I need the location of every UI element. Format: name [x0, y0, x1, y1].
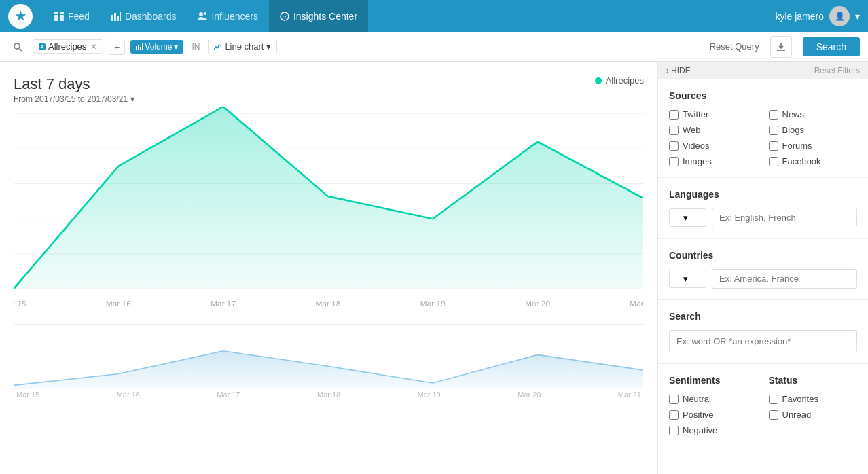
source-images-item[interactable]: Images [669, 156, 758, 166]
source-videos-checkbox[interactable] [669, 141, 679, 151]
reset-filters-button[interactable]: Reset Filters [814, 66, 860, 75]
source-forums-checkbox[interactable] [769, 141, 778, 151]
query-bar: A Allrecipes ✕ + Volume ▾ IN Line chart … [0, 32, 868, 62]
nav-item-insights-center[interactable]: ? Insights Center [269, 0, 368, 32]
query-search-icon[interactable] [8, 37, 27, 56]
main-content: Last 7 days From 2017/03/15 to 2017/03/2… [0, 62, 868, 474]
nav-item-influencers[interactable]: Influencers [187, 0, 268, 32]
svg-rect-9 [120, 12, 121, 21]
languages-operator-select[interactable]: = ▾ [669, 208, 706, 227]
download-button[interactable] [770, 36, 792, 58]
source-facebook-checkbox[interactable] [769, 157, 778, 166]
status-unread-item[interactable]: Unread [769, 409, 858, 420]
add-tag-button[interactable]: + [109, 39, 125, 55]
languages-section: Languages = ▾ [658, 178, 868, 239]
svg-rect-0 [54, 12, 58, 14]
top-navigation: ★ Feed Dashboards Influencers ? Insights… [0, 0, 868, 32]
svg-rect-2 [54, 15, 58, 18]
dashboards-icon [111, 12, 121, 21]
volume-selector[interactable]: Volume ▾ [130, 40, 183, 54]
languages-title: Languages [669, 189, 857, 200]
source-twitter-checkbox[interactable] [669, 110, 679, 120]
search-expression-input[interactable] [669, 330, 857, 352]
source-web-item[interactable]: Web [669, 125, 758, 135]
sentiments-status-section: Sentiments Neutral Positive Negative [658, 364, 868, 446]
svg-text:Mar 18: Mar 18 [315, 299, 340, 308]
countries-operator-select[interactable]: = ▾ [669, 270, 706, 288]
user-name: kyle jamero [775, 11, 824, 22]
legend-label: Allrecipes [606, 75, 644, 86]
svg-rect-16 [136, 46, 137, 50]
sentiment-neutral-item[interactable]: Neutral [669, 394, 758, 404]
hide-button[interactable]: › HIDE [666, 66, 691, 75]
source-forums-item[interactable]: Forums [769, 141, 858, 151]
source-images-checkbox[interactable] [669, 157, 679, 166]
svg-point-14 [14, 43, 20, 49]
languages-input[interactable] [712, 208, 857, 227]
main-chart: 250 200 150 100 50 0 Mar 15 Mar [14, 107, 644, 324]
chart-subtitle: From 2017/03/15 to 2017/03/21 ▾ [14, 94, 134, 104]
svg-text:Mar 15: Mar 15 [14, 299, 26, 308]
app-logo[interactable]: ★ [8, 4, 33, 29]
source-facebook-item[interactable]: Facebook [769, 156, 858, 166]
search-button[interactable]: Search [803, 37, 860, 56]
svg-text:?: ? [283, 14, 287, 20]
languages-input-row: = ▾ [669, 208, 857, 227]
status-favorites-checkbox[interactable] [769, 395, 778, 404]
chevron-right-icon: › [666, 66, 669, 75]
tag-label: Allrecipes [48, 41, 86, 52]
source-news-item[interactable]: News [769, 109, 858, 120]
source-videos-item[interactable]: Videos [669, 141, 758, 151]
tag-color-dot: A [39, 43, 46, 50]
avatar: 👤 [829, 6, 850, 26]
nav-item-feed[interactable]: Feed [43, 0, 101, 32]
sentiment-positive-item[interactable]: Positive [669, 409, 758, 420]
countries-section: Countries = ▾ [658, 239, 868, 300]
svg-rect-5 [60, 18, 64, 21]
sentiment-negative-item[interactable]: Negative [669, 425, 758, 435]
sentiments-col: Sentiments Neutral Positive Negative [669, 375, 758, 435]
svg-marker-34 [14, 107, 643, 289]
source-twitter-item[interactable]: Twitter [669, 109, 758, 120]
insights-icon: ? [280, 12, 289, 21]
chevron-down-icon: ▾ [683, 213, 688, 223]
in-label: IN [189, 42, 202, 52]
source-blogs-checkbox[interactable] [769, 126, 778, 135]
filters-panel: › HIDE Reset Filters Sources Twitter New… [657, 62, 868, 474]
tag-close-button[interactable]: ✕ [90, 42, 97, 52]
subtitle-chevron-icon[interactable]: ▾ [130, 94, 134, 104]
sentiment-neutral-checkbox[interactable] [669, 395, 679, 404]
legend-dot [595, 77, 602, 84]
chart-type-selector[interactable]: Line chart ▾ [208, 39, 277, 54]
search-title: Search [669, 311, 857, 322]
nav-item-dashboards[interactable]: Dashboards [101, 0, 187, 32]
user-menu[interactable]: kyle jamero 👤 ▾ [775, 6, 860, 26]
sentiment-negative-checkbox[interactable] [669, 426, 679, 435]
countries-input[interactable] [712, 269, 857, 289]
sentiments-title: Sentiments [669, 375, 758, 386]
source-web-checkbox[interactable] [669, 126, 679, 135]
chart-title: Last 7 days [14, 75, 134, 93]
hide-bar: › HIDE Reset Filters [658, 62, 868, 79]
sources-title: Sources [669, 90, 857, 101]
svg-line-15 [20, 48, 22, 51]
source-blogs-item[interactable]: Blogs [769, 125, 858, 135]
svg-point-11 [204, 12, 206, 15]
allrecipes-tag[interactable]: A Allrecipes ✕ [33, 39, 103, 54]
influencers-icon [198, 12, 207, 21]
svg-text:Mar 17: Mar 17 [211, 299, 236, 308]
sentiment-positive-checkbox[interactable] [669, 410, 679, 420]
svg-rect-18 [140, 47, 141, 50]
countries-input-row: = ▾ [669, 269, 857, 289]
status-unread-checkbox[interactable] [769, 410, 778, 420]
chart-legend: Allrecipes [595, 75, 644, 86]
status-favorites-item[interactable]: Favorites [769, 394, 858, 404]
status-list: Favorites Unread [769, 394, 858, 420]
svg-text:Mar 20: Mar 20 [525, 299, 550, 308]
source-news-checkbox[interactable] [769, 110, 778, 120]
svg-rect-7 [114, 13, 116, 21]
chevron-down-icon: ▾ [683, 274, 688, 284]
svg-rect-19 [142, 43, 143, 50]
countries-title: Countries [669, 250, 857, 261]
reset-query-button[interactable]: Reset Query [710, 41, 759, 52]
